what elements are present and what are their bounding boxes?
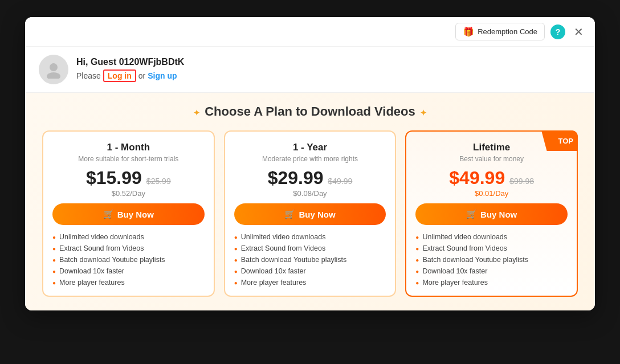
gift-icon: 🎁: [463, 26, 474, 37]
feature-lifetime-4: More player features: [415, 279, 568, 287]
feature-year-2: Batch download Youtube playlists: [234, 256, 386, 264]
features-list-lifetime: Unlimited video downloads Extract Sound …: [415, 233, 568, 287]
buy-now-lifetime-label: Buy Now: [480, 210, 517, 219]
plan-card-lifetime: TOP Lifetime Best value for money $49.99…: [405, 130, 578, 297]
feature-month-2: Batch download Youtube playlists: [52, 256, 205, 264]
buy-now-month-button[interactable]: 🛒 Buy Now: [52, 203, 205, 225]
or-text: or: [138, 71, 145, 80]
cart-icon-month: 🛒: [103, 209, 114, 219]
plan-per-day-year: $0.08/Day: [293, 189, 327, 198]
plans-grid: 1 - Month More suitable for short-term t…: [42, 130, 578, 297]
feature-year-3: Download 10x faster: [234, 267, 386, 275]
features-list-year: Unlimited video downloads Extract Sound …: [234, 233, 386, 287]
cart-icon-lifetime: 🛒: [466, 209, 477, 219]
plan-price-row-year: $29.99 $49.99: [268, 169, 353, 188]
plan-card-month: 1 - Month More suitable for short-term t…: [42, 130, 215, 297]
feature-lifetime-0: Unlimited video downloads: [415, 233, 568, 241]
plan-price-year: $29.99: [268, 169, 324, 187]
buy-now-month-label: Buy Now: [117, 210, 154, 219]
features-list-month: Unlimited video downloads Extract Sound …: [52, 233, 205, 287]
plan-per-day-lifetime: $0.01/Day: [475, 189, 508, 198]
plan-card-year: 1 - Year Moderate price with more rights…: [224, 130, 397, 297]
plan-name-year: 1 - Year: [293, 142, 327, 153]
feature-month-4: More player features: [52, 279, 205, 287]
help-button[interactable]: ?: [550, 24, 565, 39]
plan-desc-year: Moderate price with more rights: [262, 155, 358, 163]
plan-price-row-month: $15.99 $25.99: [86, 169, 171, 188]
plan-original-price-year: $49.99: [328, 177, 353, 186]
svg-point-0: [50, 63, 58, 71]
plan-desc-lifetime: Best value for money: [459, 155, 524, 163]
redemption-code-label: Redemption Code: [478, 27, 537, 36]
plan-name-month: 1 - Month: [107, 142, 150, 153]
modal-overlay: 🎁 Redemption Code ? ✕ Hi, Guest 0120WFjb…: [0, 0, 620, 364]
plan-per-day-month: $0.52/Day: [112, 189, 145, 198]
close-button[interactable]: ✕: [571, 24, 586, 39]
login-link[interactable]: Log in: [103, 69, 136, 82]
feature-lifetime-2: Batch download Youtube playlists: [415, 256, 568, 264]
user-info: Hi, Guest 0120WFjbBDtK Please Log in or …: [76, 57, 184, 82]
user-name: Hi, Guest 0120WFjbBDtK: [76, 57, 184, 67]
pricing-modal: 🎁 Redemption Code ? ✕ Hi, Guest 0120WFjb…: [25, 17, 595, 310]
buy-now-year-label: Buy Now: [299, 210, 335, 219]
feature-month-0: Unlimited video downloads: [52, 233, 205, 241]
feature-month-1: Extract Sound from Videos: [52, 244, 205, 252]
modal-topbar: 🎁 Redemption Code ? ✕: [25, 17, 595, 47]
buy-now-lifetime-button[interactable]: 🛒 Buy Now: [415, 203, 568, 225]
signup-link[interactable]: Sign up: [148, 71, 177, 80]
plan-price-lifetime: $49.99: [449, 169, 505, 187]
cart-icon-year: 🛒: [284, 209, 295, 219]
login-prompt: Please Log in or Sign up: [76, 69, 184, 82]
feature-month-3: Download 10x faster: [52, 267, 205, 275]
plan-desc-month: More suitable for short-term trials: [78, 155, 178, 163]
feature-year-4: More player features: [234, 279, 386, 287]
plan-original-price-lifetime: $99.98: [509, 177, 534, 186]
redemption-code-button[interactable]: 🎁 Redemption Code: [455, 23, 545, 40]
plan-price-month: $15.99: [86, 169, 142, 187]
plan-price-row-lifetime: $49.99 $99.98: [449, 169, 534, 188]
avatar: [39, 55, 68, 84]
plan-original-price-month: $25.99: [146, 177, 171, 186]
user-section: Hi, Guest 0120WFjbBDtK Please Log in or …: [25, 47, 595, 93]
plan-name-lifetime: Lifetime: [473, 142, 510, 153]
feature-year-1: Extract Sound from Videos: [234, 244, 386, 252]
please-text: Please: [76, 71, 101, 80]
feature-lifetime-3: Download 10x faster: [415, 267, 568, 275]
feature-lifetime-1: Extract Sound from Videos: [415, 244, 568, 252]
plans-title: Choose A Plan to Download Videos: [42, 104, 578, 119]
top-badge: TOP: [541, 130, 578, 151]
plans-section: Choose A Plan to Download Videos 1 - Mon…: [25, 93, 595, 310]
feature-year-0: Unlimited video downloads: [234, 233, 386, 241]
buy-now-year-button[interactable]: 🛒 Buy Now: [234, 203, 386, 225]
svg-point-1: [47, 72, 60, 79]
